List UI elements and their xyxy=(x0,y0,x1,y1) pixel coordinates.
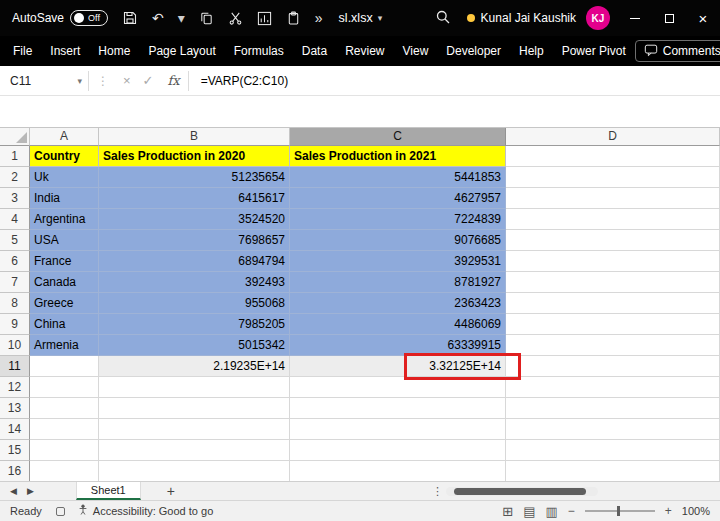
name-box-dropdown-icon[interactable]: ▾ xyxy=(77,76,82,86)
cell-C16[interactable] xyxy=(290,461,506,481)
formula-input[interactable]: =VARP(C2:C10) xyxy=(201,74,288,88)
macro-record-icon[interactable] xyxy=(56,507,65,516)
cell-D8[interactable] xyxy=(506,293,720,314)
column-header-D[interactable]: D xyxy=(506,128,720,146)
cell-A5[interactable]: USA xyxy=(30,230,99,251)
cell-A16[interactable] xyxy=(30,461,99,481)
search-icon[interactable] xyxy=(435,9,451,28)
cell-B14[interactable] xyxy=(99,419,290,440)
cell-A4[interactable]: Argentina xyxy=(30,209,99,230)
avatar[interactable]: KJ xyxy=(586,6,610,30)
enter-icon[interactable]: ✓ xyxy=(143,73,154,88)
cell-B11[interactable]: 2.19235E+14 xyxy=(99,356,290,377)
cell-D7[interactable] xyxy=(506,272,720,293)
cell-B12[interactable] xyxy=(99,377,290,398)
tab-power-pivot[interactable]: Power Pivot xyxy=(553,36,635,66)
cell-A10[interactable]: Armenia xyxy=(30,335,99,356)
row-header-4[interactable]: 4 xyxy=(0,209,30,230)
normal-view-icon[interactable]: ⊞ xyxy=(502,505,513,518)
cell-C7[interactable]: 8781927 xyxy=(290,272,506,293)
horizontal-scrollbar[interactable] xyxy=(446,487,598,496)
cell-B8[interactable]: 955068 xyxy=(99,293,290,314)
cell-B2[interactable]: 51235654 xyxy=(99,167,290,188)
page-break-view-icon[interactable]: ▥ xyxy=(546,505,558,518)
zoom-level[interactable]: 100% xyxy=(682,505,710,517)
row-header-6[interactable]: 6 xyxy=(0,251,30,272)
undo-dropdown-icon[interactable]: ▾ xyxy=(178,11,185,25)
cell-D13[interactable] xyxy=(506,398,720,419)
user-name[interactable]: Kunal Jai Kaushik xyxy=(481,11,576,25)
cell-D3[interactable] xyxy=(506,188,720,209)
save-icon[interactable] xyxy=(122,10,138,26)
row-header-8[interactable]: 8 xyxy=(0,293,30,314)
horizontal-scrollbar-thumb[interactable] xyxy=(454,488,586,495)
cell-B9[interactable]: 7985205 xyxy=(99,314,290,335)
tab-help[interactable]: Help xyxy=(510,36,553,66)
cell-D15[interactable] xyxy=(506,440,720,461)
cell-A11[interactable] xyxy=(30,356,99,377)
cell-C11[interactable]: 3.32125E+14 xyxy=(290,356,506,377)
document-title[interactable]: sl.xlsx ▾ xyxy=(339,11,383,25)
cell-B7[interactable]: 392493 xyxy=(99,272,290,293)
cell-D10[interactable] xyxy=(506,335,720,356)
maximize-button[interactable] xyxy=(652,0,686,36)
cell-A6[interactable]: France xyxy=(30,251,99,272)
cell-D4[interactable] xyxy=(506,209,720,230)
next-sheet-icon[interactable]: ▶ xyxy=(27,486,34,496)
cell-D2[interactable] xyxy=(506,167,720,188)
row-header-12[interactable]: 12 xyxy=(0,377,30,398)
cell-A7[interactable]: Canada xyxy=(30,272,99,293)
zoom-slider[interactable] xyxy=(585,510,655,512)
cell-C9[interactable]: 4486069 xyxy=(290,314,506,335)
select-all-button[interactable] xyxy=(0,128,30,146)
cell-D6[interactable] xyxy=(506,251,720,272)
row-header-16[interactable]: 16 xyxy=(0,461,30,481)
tab-insert[interactable]: Insert xyxy=(41,36,89,66)
cell-B4[interactable]: 3524520 xyxy=(99,209,290,230)
copy-icon[interactable] xyxy=(199,11,214,26)
tab-file[interactable]: File xyxy=(4,36,41,66)
cell-C6[interactable]: 3929531 xyxy=(290,251,506,272)
name-box[interactable]: C11 ▾ xyxy=(0,66,88,95)
cell-A13[interactable] xyxy=(30,398,99,419)
add-sheet-button[interactable]: + xyxy=(167,483,175,499)
name-box-resize-handle[interactable]: ⋮ xyxy=(97,74,109,88)
previous-sheet-icon[interactable]: ◀ xyxy=(10,486,17,496)
cell-D12[interactable] xyxy=(506,377,720,398)
cell-C1[interactable]: Sales Production in 2021 xyxy=(290,146,506,167)
cell-D1[interactable] xyxy=(506,146,720,167)
more-commands-icon[interactable]: » xyxy=(315,11,323,25)
cell-B6[interactable]: 6894794 xyxy=(99,251,290,272)
cell-B5[interactable]: 7698657 xyxy=(99,230,290,251)
zoom-slider-thumb[interactable] xyxy=(617,506,620,516)
cell-B13[interactable] xyxy=(99,398,290,419)
row-header-14[interactable]: 14 xyxy=(0,419,30,440)
cell-A15[interactable] xyxy=(30,440,99,461)
cell-A12[interactable] xyxy=(30,377,99,398)
cell-A14[interactable] xyxy=(30,419,99,440)
minimize-button[interactable] xyxy=(618,0,652,36)
row-header-7[interactable]: 7 xyxy=(0,272,30,293)
row-header-3[interactable]: 3 xyxy=(0,188,30,209)
cell-D9[interactable] xyxy=(506,314,720,335)
tab-home[interactable]: Home xyxy=(89,36,139,66)
cell-C12[interactable] xyxy=(290,377,506,398)
cell-C8[interactable]: 2363423 xyxy=(290,293,506,314)
cell-C3[interactable]: 4627957 xyxy=(290,188,506,209)
row-header-11[interactable]: 11 xyxy=(0,356,30,377)
cell-B1[interactable]: Sales Production in 2020 xyxy=(99,146,290,167)
cell-B10[interactable]: 5015342 xyxy=(99,335,290,356)
cell-A2[interactable]: Uk xyxy=(30,167,99,188)
accessibility-status[interactable]: Accessibility: Good to go xyxy=(77,504,213,518)
close-button[interactable]: × xyxy=(686,0,720,36)
tab-data[interactable]: Data xyxy=(293,36,336,66)
zoom-out-icon[interactable]: − xyxy=(568,504,575,518)
cell-C10[interactable]: 63339915 xyxy=(290,335,506,356)
cell-A8[interactable]: Greece xyxy=(30,293,99,314)
cell-B16[interactable] xyxy=(99,461,290,481)
cell-A9[interactable]: China xyxy=(30,314,99,335)
cell-B15[interactable] xyxy=(99,440,290,461)
tab-page-layout[interactable]: Page Layout xyxy=(139,36,224,66)
cell-D5[interactable] xyxy=(506,230,720,251)
row-header-15[interactable]: 15 xyxy=(0,440,30,461)
